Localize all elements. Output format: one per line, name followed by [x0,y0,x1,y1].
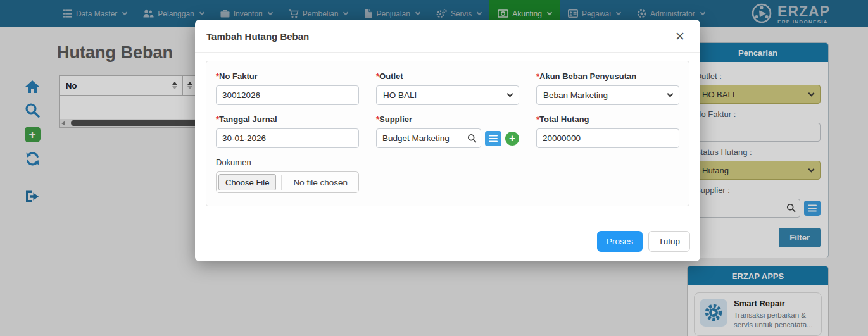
akun-beban-value: Beban Marketing [543,90,608,100]
akun-beban-select[interactable]: Beban Marketing [536,85,679,105]
akun-beban-label: *Akun Beban Penyusutan [536,72,679,81]
choose-file-button[interactable]: Choose File [218,174,276,190]
file-status-text: No file chosen [287,174,348,190]
tanggal-jurnal-label: *Tanggal Jurnal [216,115,359,124]
total-hutang-input[interactable] [536,128,679,148]
form-panel: *No Faktur *Outlet HO BALI *Akun Beban P… [206,61,689,206]
field-tanggal-jurnal: *Tanggal Jurnal [216,115,359,148]
field-outlet: *Outlet HO BALI [376,72,519,105]
modal-footer: Proses Tutup [195,221,700,261]
add-supplier-button[interactable]: + [505,132,519,146]
chevron-down-icon [667,91,674,97]
no-faktur-label: *No Faktur [216,72,359,81]
tanggal-jurnal-input[interactable] [216,128,359,148]
field-supplier: *Supplier + [376,115,519,148]
tambah-hutang-beban-modal: Tambah Hutang Beban ✕ *No Faktur *Outlet… [195,20,700,261]
supplier-list-button[interactable] [485,131,501,146]
tutup-button[interactable]: Tutup [648,231,690,252]
field-akun-beban: *Akun Beban Penyusutan Beban Marketing [536,72,679,105]
file-separator [281,175,282,190]
supplier-label: *Supplier [376,115,519,124]
dokumen-label: Dokumen [216,158,359,167]
supplier-input[interactable] [376,128,481,148]
search-icon [467,134,477,146]
field-total-hutang: *Total Hutang [536,115,679,148]
dokumen-file-input[interactable]: Choose File No file chosen [216,171,359,193]
modal-body: *No Faktur *Outlet HO BALI *Akun Beban P… [195,53,700,206]
outlet-label: *Outlet [376,72,519,81]
modal-title: Tambah Hutang Beban [206,31,309,42]
modal-header: Tambah Hutang Beban ✕ [195,20,700,53]
proses-button[interactable]: Proses [597,231,643,252]
outlet-value: HO BALI [383,90,417,100]
total-hutang-label: *Total Hutang [536,115,679,124]
chevron-down-icon [507,91,513,97]
no-faktur-input[interactable] [216,85,359,105]
outlet-select[interactable]: HO BALI [376,85,519,105]
close-icon[interactable]: ✕ [675,30,685,42]
field-dokumen: Dokumen Choose File No file chosen [216,158,359,193]
field-no-faktur: *No Faktur [216,72,359,105]
